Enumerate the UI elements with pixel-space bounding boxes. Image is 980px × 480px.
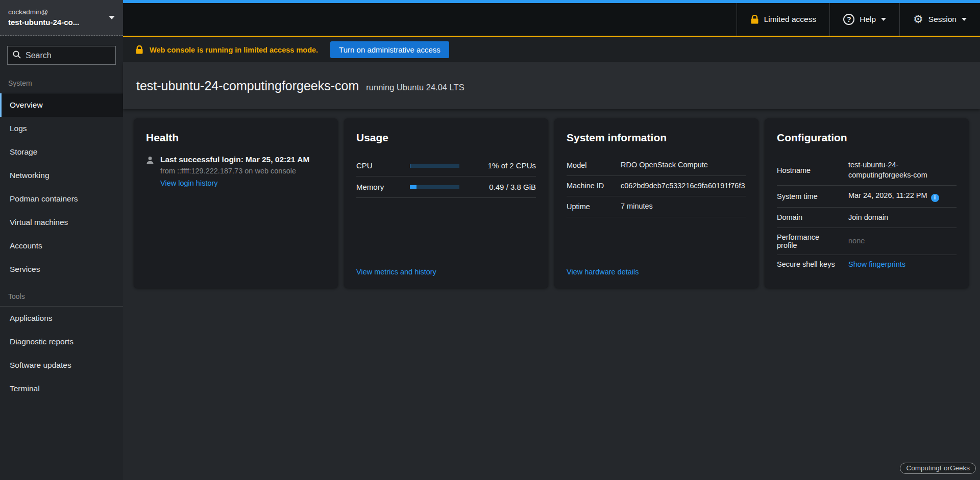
question-circle-icon: ? <box>843 14 854 25</box>
last-login-texts: Last successful login: Mar 25, 02:21 AM … <box>160 155 309 188</box>
show-fingerprints-link[interactable]: Show fingerprints <box>848 260 957 268</box>
page-subtitle: running Ubuntu 24.04 LTS <box>366 80 464 92</box>
last-login-row: Last successful login: Mar 25, 02:21 AM … <box>146 155 326 188</box>
sidebar-nav: System Overview Logs Storage Networking … <box>0 68 123 480</box>
search-input[interactable] <box>26 51 110 60</box>
user-menu-dropdown[interactable]: cockadmin@ test-ubuntu-24-co... <box>0 0 123 36</box>
sidebar-item-overview[interactable]: Overview <box>0 93 123 117</box>
system-time-label: System time <box>777 192 841 200</box>
machine-id-row: Machine ID c062bd9deb7c533216c9fa60191f7… <box>567 176 746 197</box>
configuration-title: Configuration <box>777 132 957 144</box>
usage-card-title: Usage <box>356 132 536 144</box>
domain-label: Domain <box>777 213 841 221</box>
search-icon <box>13 50 21 61</box>
watermark-badge: ComputingForGeeks <box>900 463 976 474</box>
health-card: Health Last successful login: Mar 25, 02… <box>134 118 338 288</box>
alert-message: Web console is running in limited access… <box>150 46 318 54</box>
lock-icon <box>135 45 143 54</box>
sidebar-item-podman-containers[interactable]: Podman containers <box>0 187 123 211</box>
secure-shell-keys-row: Secure shell keys Show fingerprints <box>777 255 957 273</box>
cpu-progress-bar <box>410 164 459 168</box>
view-hardware-details-link[interactable]: View hardware details <box>567 268 746 276</box>
hostname-value: test-ubuntu-24-computingforgeeks-com <box>848 160 957 180</box>
join-domain-value[interactable]: Join domain <box>848 213 957 223</box>
chevron-down-icon <box>962 18 967 21</box>
limited-access-label: Limited access <box>764 15 817 24</box>
overview-content: Health Last successful login: Mar 25, 02… <box>123 109 980 480</box>
sidebar-item-terminal[interactable]: Terminal <box>0 377 123 400</box>
model-label: Model <box>567 161 614 169</box>
uptime-value: 7 minutes <box>621 201 746 212</box>
nav-section-tools: Tools <box>0 281 123 307</box>
model-value: RDO OpenStack Compute <box>621 160 746 170</box>
system-time-row: System time Mar 24, 2026, 11:22 PMi <box>777 186 957 207</box>
search-box[interactable] <box>7 46 116 65</box>
machine-id-value: c062bd9deb7c533216c9fa60191f76f3 <box>621 181 746 191</box>
domain-row: Domain Join domain <box>777 208 957 229</box>
info-icon[interactable]: i <box>931 194 939 202</box>
gear-icon: ⚙ <box>913 14 923 25</box>
chevron-down-icon <box>881 18 886 21</box>
performance-profile-label: Performance profile <box>777 233 841 249</box>
page-header: test-ubuntu-24-computingforgeeks-com run… <box>123 62 980 109</box>
performance-profile-row: Performance profile none <box>777 228 957 255</box>
sidebar-item-applications[interactable]: Applications <box>0 307 123 330</box>
memory-usage-row: Memory 0.49 / 3.8 GiB <box>356 176 536 198</box>
help-label: Help <box>860 15 876 24</box>
uptime-row: Uptime 7 minutes <box>567 196 746 217</box>
page-title: test-ubuntu-24-computingforgeeks-com <box>136 79 359 93</box>
main-area: Limited access ? Help ⚙ Session Web cons… <box>123 0 980 480</box>
view-metrics-link[interactable]: View metrics and history <box>356 268 536 276</box>
memory-usage-value: 0.49 / 3.8 GiB <box>459 183 536 191</box>
secure-shell-keys-label: Secure shell keys <box>777 260 841 268</box>
memory-progress-fill <box>410 185 416 189</box>
help-menu[interactable]: ? Help <box>829 3 899 36</box>
sidebar-item-networking[interactable]: Networking <box>0 164 123 187</box>
limited-access-indicator[interactable]: Limited access <box>737 3 830 36</box>
user-identity: cockadmin@ test-ubuntu-24-co... <box>8 7 79 28</box>
memory-progress-bar <box>410 185 459 189</box>
system-information-title: System information <box>567 132 746 144</box>
last-login-text: Last successful login: Mar 25, 02:21 AM <box>160 155 309 164</box>
memory-label: Memory <box>356 183 410 191</box>
sidebar-item-logs[interactable]: Logs <box>0 117 123 140</box>
masthead: Limited access ? Help ⚙ Session <box>123 0 980 36</box>
login-source-text: from ::ffff:129.222.187.73 on web consol… <box>160 167 309 175</box>
session-label: Session <box>928 15 957 24</box>
sidebar-item-software-updates[interactable]: Software updates <box>0 353 123 377</box>
system-information-card: System information Model RDO OpenStack C… <box>554 118 758 288</box>
performance-profile-value: none <box>848 236 957 246</box>
system-time-text: Mar 24, 2026, 11:22 PM <box>848 191 927 199</box>
cpu-label: CPU <box>356 161 410 170</box>
username: cockadmin@ <box>8 7 79 17</box>
cpu-usage-row: CPU 1% of 2 CPUs <box>356 155 536 176</box>
limited-access-alert: Web console is running in limited access… <box>123 36 980 62</box>
cpu-progress-fill <box>410 164 410 168</box>
session-menu[interactable]: ⚙ Session <box>899 3 980 36</box>
model-row: Model RDO OpenStack Compute <box>567 155 746 176</box>
nav-section-system: System <box>0 68 123 93</box>
view-login-history-link[interactable]: View login history <box>160 179 218 187</box>
hostname-short: test-ubuntu-24-co... <box>8 17 79 28</box>
sidebar: cockadmin@ test-ubuntu-24-co... System O… <box>0 0 123 480</box>
uptime-label: Uptime <box>567 203 614 211</box>
search-container <box>0 36 123 68</box>
usage-card: Usage CPU 1% of 2 CPUs Memory 0.49 / 3.8… <box>344 118 548 288</box>
sidebar-item-virtual-machines[interactable]: Virtual machines <box>0 211 123 234</box>
user-icon <box>146 155 154 188</box>
sidebar-item-services[interactable]: Services <box>0 258 123 281</box>
app-root: cockadmin@ test-ubuntu-24-co... System O… <box>0 0 980 480</box>
sidebar-item-diagnostic-reports[interactable]: Diagnostic reports <box>0 330 123 353</box>
health-card-title: Health <box>146 132 326 144</box>
sidebar-item-accounts[interactable]: Accounts <box>0 234 123 258</box>
system-time-value: Mar 24, 2026, 11:22 PMi <box>848 191 957 201</box>
cpu-usage-value: 1% of 2 CPUs <box>459 161 536 170</box>
lock-icon <box>750 15 759 24</box>
turn-on-admin-access-button[interactable]: Turn on administrative access <box>330 41 449 58</box>
hostname-label: Hostname <box>777 166 841 174</box>
configuration-card: Configuration Hostname test-ubuntu-24-co… <box>765 118 969 288</box>
chevron-down-icon <box>109 16 115 19</box>
hostname-row: Hostname test-ubuntu-24-computingforgeek… <box>777 155 957 186</box>
machine-id-label: Machine ID <box>567 182 614 190</box>
sidebar-item-storage[interactable]: Storage <box>0 140 123 164</box>
